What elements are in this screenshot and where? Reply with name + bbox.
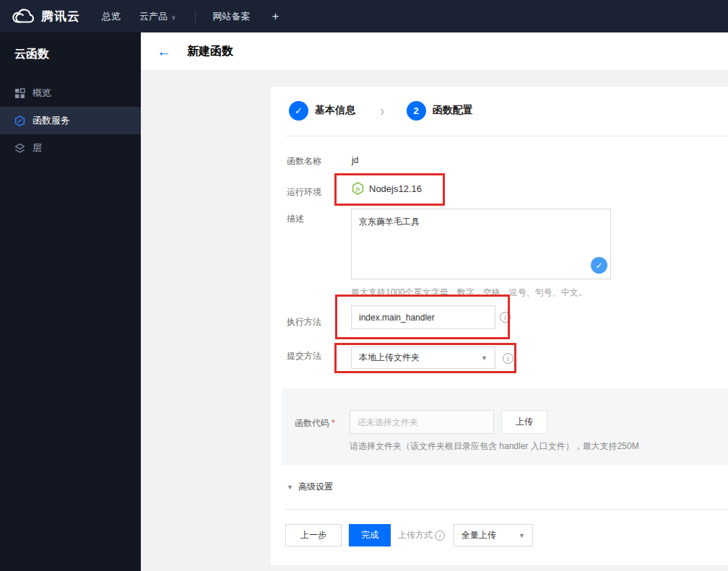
function-code-section: 函数代码* 上传 请选择文件夹（该文件夹根目录应包含 handler 入口文件）…	[282, 388, 728, 465]
required-mark: *	[332, 418, 335, 428]
description-helper: 最大支持1000个英文字母，数字，空格，逗号、句号、中文。	[351, 287, 587, 299]
function-name-label: 函数名称	[287, 155, 321, 167]
step-chevron-icon: ›	[380, 103, 385, 119]
grid-icon	[14, 88, 25, 99]
description-textarea[interactable]: 京东薅羊毛工具	[351, 209, 611, 279]
submit-method-value: 本地上传文件夹	[359, 352, 420, 364]
page-title: 新建函数	[187, 44, 233, 59]
upload-mode-label: 上传方式	[398, 529, 433, 541]
sidebar-menu: 概览 函数服务 层	[0, 79, 141, 162]
sidebar-item-overview[interactable]: 概览	[0, 79, 141, 107]
nodejs-icon: js	[352, 182, 364, 195]
runtime-label: 运行环境	[287, 186, 321, 199]
sidebar-item-layers[interactable]: 层	[0, 134, 141, 162]
nav-overview[interactable]: 总览	[102, 10, 121, 23]
step1-label: 基本信息	[315, 104, 355, 117]
back-arrow-icon[interactable]: ←	[157, 44, 171, 58]
caret-down-icon: ▼	[519, 532, 525, 539]
sidebar-item-label: 函数服务	[32, 114, 70, 127]
upload-mode-row: 上传方式 i	[398, 529, 445, 541]
function-name-value: jd	[352, 155, 358, 165]
step1-check-icon: ✓	[289, 101, 308, 121]
cloud-logo-icon	[10, 8, 35, 25]
steps-divider	[285, 136, 728, 136]
upload-mode-value: 全量上传	[462, 529, 496, 541]
nav-divider	[195, 11, 196, 22]
handler-input[interactable]	[351, 305, 495, 329]
caret-down-icon: ▼	[287, 484, 293, 491]
sidebar: 云函数 概览 函数服务	[0, 32, 141, 571]
footer-divider	[285, 509, 728, 510]
create-function-panel: ✓ 基本信息 › 2 函数配置 函数名称 jd 运行环境 js Nodejs12…	[271, 87, 728, 565]
tencent-cloud-logo[interactable]: 腾讯云	[10, 8, 80, 25]
check-icon: ✓	[595, 261, 602, 271]
step-indicator: ✓ 基本信息 › 2 函数配置	[289, 100, 473, 121]
step2-label: 函数配置	[433, 104, 473, 117]
brand-name: 腾讯云	[41, 8, 80, 25]
sidebar-title: 云函数	[0, 32, 141, 62]
nav-website-filing[interactable]: 网站备案	[213, 10, 251, 23]
layers-icon	[14, 143, 25, 154]
upload-mode-select[interactable]: 全量上传 ▼	[454, 524, 533, 546]
previous-step-button[interactable]: 上一步	[285, 524, 342, 546]
handler-label: 执行方法	[287, 316, 321, 328]
valid-check-badge: ✓	[591, 257, 607, 274]
function-code-helper: 请选择文件夹（该文件夹根目录应包含 handler 入口文件），最大支持250M	[350, 440, 639, 453]
description-label: 描述	[287, 213, 304, 225]
add-tab-icon[interactable]: +	[272, 9, 280, 24]
advanced-settings-toggle[interactable]: ▼ 高级设置	[287, 481, 333, 493]
sidebar-item-label: 概览	[32, 87, 51, 100]
runtime-value-row: js Nodejs12.16	[352, 182, 422, 195]
submit-method-info-icon[interactable]: i	[503, 353, 514, 364]
finish-button[interactable]: 完成	[349, 524, 391, 546]
svg-text:js: js	[355, 186, 360, 192]
caret-down-icon: ▼	[481, 354, 488, 362]
folder-path-input[interactable]	[350, 410, 494, 434]
advanced-settings-label: 高级设置	[298, 481, 333, 493]
step2-number: 2	[407, 101, 426, 121]
function-icon	[14, 115, 25, 126]
sidebar-item-function-service[interactable]: 函数服务	[0, 107, 141, 134]
upload-button[interactable]: 上传	[501, 410, 547, 434]
page-header: ← 新建函数	[141, 32, 728, 70]
topbar-nav: 总览 云产品∨ 网站备案 +	[102, 9, 280, 24]
handler-info-icon[interactable]: i	[500, 312, 511, 323]
sidebar-item-label: 层	[32, 141, 42, 154]
topbar: 腾讯云 总览 云产品∨ 网站备案 +	[0, 0, 728, 32]
submit-method-select[interactable]: 本地上传文件夹 ▼	[351, 346, 495, 369]
function-code-label: 函数代码*	[295, 417, 335, 430]
submit-method-label: 提交方法	[287, 350, 321, 362]
chevron-down-icon: ∨	[171, 14, 176, 21]
upload-mode-info-icon[interactable]: i	[435, 531, 445, 541]
nav-cloud-products[interactable]: 云产品∨	[139, 10, 176, 23]
runtime-value: Nodejs12.16	[369, 183, 422, 194]
